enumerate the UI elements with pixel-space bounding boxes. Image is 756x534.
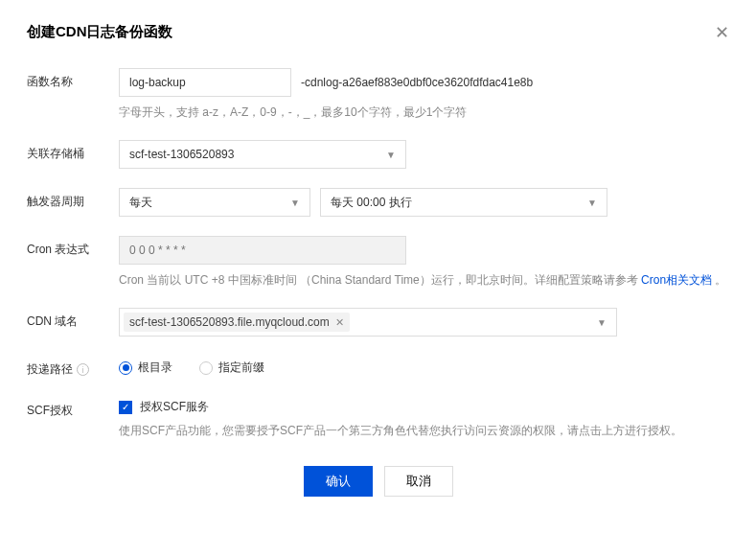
scf-auth-label: SCF授权 [27,397,119,419]
trigger-period-select[interactable]: 每天 ▼ [119,188,310,217]
cron-input [119,236,406,265]
cdn-domain-label: CDN 域名 [27,308,119,330]
cron-label: Cron 表达式 [27,236,119,258]
trigger-time-value: 每天 00:00 执行 [331,195,412,211]
cdn-domain-tag: scf-test-1306520893.file.myqcloud.com ✕ [124,313,350,332]
info-icon[interactable]: i [77,363,89,376]
function-name-suffix: -cdnlog-a26aef883e0dbf0ce3620fdfdac41e8b [301,76,533,89]
path-root-radio[interactable]: 根目录 [119,360,172,376]
dialog-title: 创建CDN日志备份函数 [27,23,173,41]
scf-auth-checkbox-label: 授权SCF服务 [140,399,209,415]
cancel-button[interactable]: 取消 [384,466,453,497]
delivery-path-label: 投递路径 i [27,356,119,378]
scf-auth-hint: 使用SCF产品功能，您需要授予SCF产品一个第三方角色代替您执行访问云资源的权限… [119,423,729,439]
radio-checked-icon [119,361,132,375]
chevron-down-icon: ▼ [290,197,300,208]
confirm-button[interactable]: 确认 [304,466,373,497]
function-name-label: 函数名称 [27,68,119,90]
trigger-label: 触发器周期 [27,188,119,210]
cron-doc-link[interactable]: Cron相关文档 [641,273,712,287]
close-icon[interactable]: ✕ [715,24,729,41]
cron-hint: Cron 当前以 UTC +8 中国标准时间 （China Standard T… [119,272,729,289]
scf-auth-checkbox[interactable]: ✓ [119,401,132,414]
radio-unchecked-icon [199,361,213,375]
function-name-hint: 字母开头，支持 a-z，A-Z，0-9，-，_，最多10个字符，最少1个字符 [119,104,729,121]
function-name-input[interactable] [119,68,291,97]
cdn-domain-select[interactable]: scf-test-1306520893.file.myqcloud.com ✕ … [119,308,617,337]
trigger-period-value: 每天 [129,195,152,211]
chevron-down-icon: ▼ [597,317,607,328]
chevron-down-icon: ▼ [587,197,597,208]
bucket-label: 关联存储桶 [27,140,119,162]
chevron-down-icon: ▼ [386,150,396,160]
bucket-select[interactable]: scf-test-1306520893 ▼ [119,140,406,169]
tag-remove-icon[interactable]: ✕ [335,316,344,329]
path-prefix-radio[interactable]: 指定前缀 [199,360,264,376]
trigger-time-select[interactable]: 每天 00:00 执行 ▼ [320,188,607,217]
bucket-select-value: scf-test-1306520893 [129,148,234,161]
